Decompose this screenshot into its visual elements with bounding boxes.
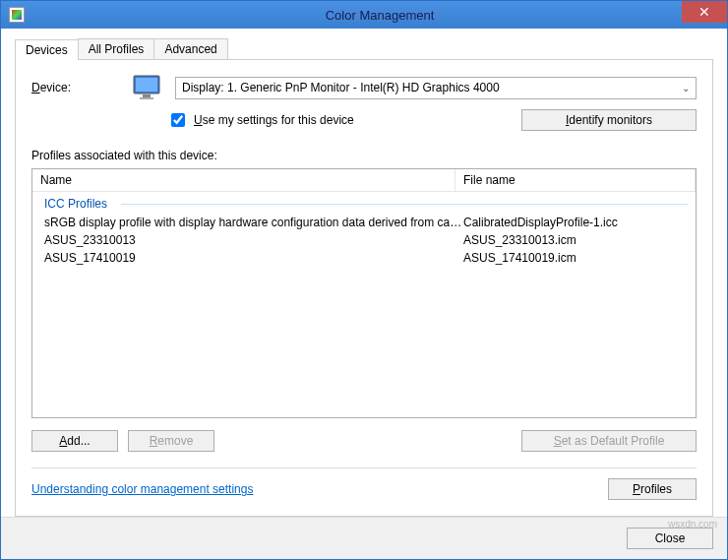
monitor-icon — [132, 74, 165, 101]
profile-buttons-row: Add... Remove Set as Default Profile — [31, 430, 697, 452]
window-title: Color Management — [32, 8, 727, 23]
profiles-dropdown-button[interactable]: Profiles — [608, 478, 697, 500]
tab-strip: Devices All Profiles Advanced — [15, 38, 713, 60]
profile-file: CalibratedDisplayProfile-1.icc — [463, 216, 688, 229]
close-icon: ✕ — [698, 4, 710, 20]
close-button[interactable]: Close — [627, 528, 713, 549]
use-settings-label: Use my settings for this device — [194, 113, 354, 127]
column-file[interactable]: File name — [455, 169, 696, 191]
device-selected: Display: 1. Generic PnP Monitor - Intel(… — [182, 81, 500, 94]
help-link[interactable]: Understanding color management settings — [31, 482, 253, 496]
device-label: Device: — [31, 81, 122, 94]
color-management-window: Color Management ✕ Devices All Profiles … — [0, 0, 728, 560]
listview-group-header: ICC Profiles — [32, 194, 696, 214]
app-icon — [9, 7, 25, 23]
profile-file: ASUS_23310013.icm — [463, 233, 688, 247]
listview-header: Name File name — [32, 169, 696, 192]
list-item[interactable]: sRGB display profile with display hardwa… — [32, 214, 696, 231]
tab-devices[interactable]: Devices — [15, 39, 79, 60]
list-item[interactable]: ASUS_17410019 ASUS_17410019.icm — [32, 249, 696, 267]
bottom-row: Understanding color management settings … — [31, 478, 697, 506]
titlebar: Color Management ✕ — [1, 1, 727, 29]
profile-name: sRGB display profile with display hardwa… — [40, 216, 463, 229]
profiles-section-label: Profiles associated with this device: — [31, 149, 697, 162]
identify-monitors-button[interactable]: Identify monitors — [521, 109, 697, 131]
device-dropdown[interactable]: Display: 1. Generic PnP Monitor - Intel(… — [175, 77, 697, 99]
tab-advanced[interactable]: Advanced — [153, 38, 227, 59]
devices-panel: Device: Display: 1. Generic PnP Monitor … — [15, 60, 713, 517]
profile-name: ASUS_17410019 — [40, 251, 463, 265]
use-settings-checkbox[interactable]: Use my settings for this device — [167, 110, 354, 130]
profile-name: ASUS_23310013 — [40, 233, 463, 247]
divider — [31, 467, 697, 468]
use-settings-check-input[interactable] — [171, 113, 185, 127]
svg-rect-2 — [143, 94, 151, 97]
profile-file: ASUS_17410019.icm — [463, 251, 688, 265]
chevron-down-icon: ⌄ — [682, 83, 690, 93]
listview-body: ICC Profiles sRGB display profile with d… — [32, 192, 696, 417]
tab-all-profiles[interactable]: All Profiles — [78, 38, 155, 59]
device-row: Device: Display: 1. Generic PnP Monitor … — [31, 74, 697, 101]
list-item[interactable]: ASUS_23310013 ASUS_23310013.icm — [32, 231, 696, 249]
add-button[interactable]: Add... — [31, 430, 118, 452]
profiles-listview[interactable]: Name File name ICC Profiles sRGB display… — [31, 168, 697, 418]
remove-button: Remove — [128, 430, 214, 452]
set-default-button: Set as Default Profile — [521, 430, 697, 452]
dialog-footer: Close — [1, 517, 727, 559]
column-name[interactable]: Name — [32, 169, 455, 191]
close-window-button[interactable]: ✕ — [682, 1, 727, 23]
settings-row: Use my settings for this device Identify… — [167, 109, 697, 131]
svg-rect-1 — [136, 78, 157, 92]
svg-rect-3 — [140, 97, 153, 99]
content-area: Devices All Profiles Advanced Device: Di… — [1, 29, 727, 517]
